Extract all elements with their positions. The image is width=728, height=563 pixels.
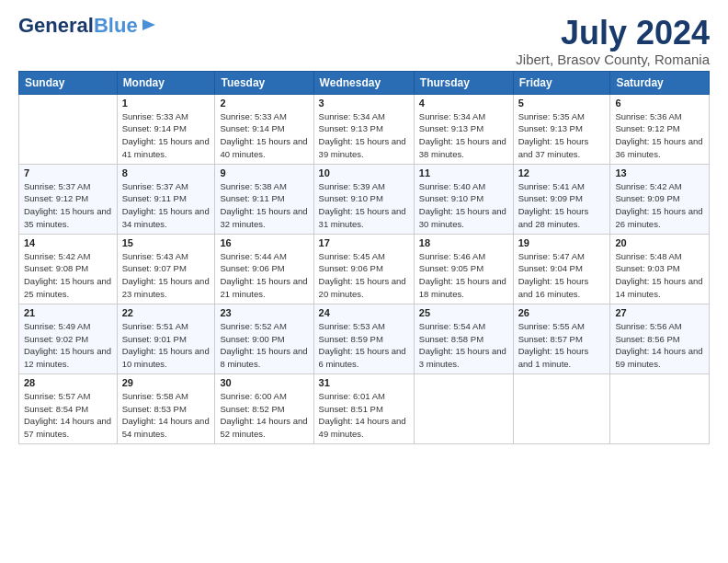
day-number: 10 — [319, 167, 409, 178]
day-number: 3 — [319, 98, 409, 109]
calendar-cell: 5Sunrise: 5:35 AM Sunset: 9:13 PM Daylig… — [513, 94, 610, 164]
calendar-cell: 22Sunrise: 5:51 AM Sunset: 9:01 PM Dayli… — [117, 304, 215, 373]
calendar-cell: 23Sunrise: 5:52 AM Sunset: 9:00 PM Dayli… — [215, 304, 313, 373]
calendar-cell: 19Sunrise: 5:47 AM Sunset: 9:04 PM Dayli… — [513, 234, 610, 304]
day-number: 16 — [220, 237, 308, 248]
calendar-cell: 9Sunrise: 5:38 AM Sunset: 9:11 PM Daylig… — [215, 164, 313, 234]
header-friday: Friday — [513, 71, 610, 94]
day-number: 19 — [518, 237, 606, 248]
day-info: Sunrise: 5:47 AM Sunset: 9:04 PM Dayligh… — [518, 250, 606, 301]
day-info: Sunrise: 5:56 AM Sunset: 8:56 PM Dayligh… — [615, 320, 704, 371]
day-info: Sunrise: 5:33 AM Sunset: 9:14 PM Dayligh… — [220, 110, 308, 161]
day-info: Sunrise: 5:49 AM Sunset: 9:02 PM Dayligh… — [24, 320, 112, 371]
calendar-cell: 30Sunrise: 6:00 AM Sunset: 8:52 PM Dayli… — [215, 373, 313, 443]
week-row-3: 21Sunrise: 5:49 AM Sunset: 9:02 PM Dayli… — [19, 304, 710, 373]
day-number: 13 — [615, 167, 704, 178]
header-thursday: Thursday — [414, 71, 513, 94]
day-info: Sunrise: 5:44 AM Sunset: 9:06 PM Dayligh… — [220, 250, 308, 301]
calendar-cell: 14Sunrise: 5:42 AM Sunset: 9:08 PM Dayli… — [19, 234, 118, 304]
svg-marker-0 — [142, 19, 155, 30]
calendar-cell: 15Sunrise: 5:43 AM Sunset: 9:07 PM Dayli… — [117, 234, 215, 304]
calendar-cell: 18Sunrise: 5:46 AM Sunset: 9:05 PM Dayli… — [414, 234, 513, 304]
logo-blue: Blue — [94, 14, 138, 37]
calendar-cell — [513, 373, 610, 443]
header-monday: Monday — [117, 71, 215, 94]
calendar-cell: 26Sunrise: 5:55 AM Sunset: 8:57 PM Dayli… — [513, 304, 610, 373]
logo: GeneralBlue — [18, 15, 157, 37]
calendar-cell: 20Sunrise: 5:48 AM Sunset: 9:03 PM Dayli… — [610, 234, 710, 304]
header: GeneralBlue July 2024 Jibert, Brasov Cou… — [18, 15, 710, 67]
day-info: Sunrise: 5:37 AM Sunset: 9:11 PM Dayligh… — [122, 180, 210, 231]
day-info: Sunrise: 5:46 AM Sunset: 9:05 PM Dayligh… — [419, 250, 508, 301]
calendar-cell: 25Sunrise: 5:54 AM Sunset: 8:58 PM Dayli… — [414, 304, 513, 373]
day-number: 7 — [24, 167, 112, 178]
calendar-cell — [19, 94, 118, 164]
calendar-table: Sunday Monday Tuesday Wednesday Thursday… — [18, 71, 710, 444]
calendar-cell: 29Sunrise: 5:58 AM Sunset: 8:53 PM Dayli… — [117, 373, 215, 443]
week-row-2: 14Sunrise: 5:42 AM Sunset: 9:08 PM Dayli… — [19, 234, 710, 304]
calendar-cell: 8Sunrise: 5:37 AM Sunset: 9:11 PM Daylig… — [117, 164, 215, 234]
day-info: Sunrise: 5:34 AM Sunset: 9:13 PM Dayligh… — [419, 110, 508, 161]
calendar-cell: 21Sunrise: 5:49 AM Sunset: 9:02 PM Dayli… — [19, 304, 118, 373]
day-number: 9 — [220, 167, 308, 178]
calendar-cell: 28Sunrise: 5:57 AM Sunset: 8:54 PM Dayli… — [19, 373, 118, 443]
day-info: Sunrise: 5:48 AM Sunset: 9:03 PM Dayligh… — [615, 250, 704, 301]
day-info: Sunrise: 5:57 AM Sunset: 8:54 PM Dayligh… — [24, 390, 112, 441]
day-number: 26 — [518, 307, 606, 318]
day-number: 5 — [518, 98, 606, 109]
day-info: Sunrise: 5:42 AM Sunset: 9:09 PM Dayligh… — [615, 180, 704, 231]
week-row-0: 1Sunrise: 5:33 AM Sunset: 9:14 PM Daylig… — [19, 94, 710, 164]
day-info: Sunrise: 5:34 AM Sunset: 9:13 PM Dayligh… — [319, 110, 409, 161]
calendar-cell: 4Sunrise: 5:34 AM Sunset: 9:13 PM Daylig… — [414, 94, 513, 164]
day-number: 28 — [24, 377, 112, 388]
day-number: 22 — [122, 307, 210, 318]
day-info: Sunrise: 6:01 AM Sunset: 8:51 PM Dayligh… — [319, 390, 409, 441]
day-number: 18 — [419, 237, 508, 248]
day-info: Sunrise: 5:35 AM Sunset: 9:13 PM Dayligh… — [518, 110, 606, 161]
day-info: Sunrise: 5:33 AM Sunset: 9:14 PM Dayligh… — [122, 110, 210, 161]
day-number: 25 — [419, 307, 508, 318]
day-number: 1 — [122, 98, 210, 109]
logo-arrow-icon — [141, 17, 157, 33]
calendar-cell: 24Sunrise: 5:53 AM Sunset: 8:59 PM Dayli… — [313, 304, 414, 373]
calendar-cell: 1Sunrise: 5:33 AM Sunset: 9:14 PM Daylig… — [117, 94, 215, 164]
day-info: Sunrise: 5:41 AM Sunset: 9:09 PM Dayligh… — [518, 180, 606, 231]
day-info: Sunrise: 5:40 AM Sunset: 9:10 PM Dayligh… — [419, 180, 508, 231]
day-info: Sunrise: 5:52 AM Sunset: 9:00 PM Dayligh… — [220, 320, 308, 371]
day-number: 14 — [24, 237, 112, 248]
header-tuesday: Tuesday — [215, 71, 313, 94]
day-number: 8 — [122, 167, 210, 178]
day-number: 29 — [122, 377, 210, 388]
calendar-cell — [610, 373, 710, 443]
day-number: 27 — [615, 307, 704, 318]
day-info: Sunrise: 5:38 AM Sunset: 9:11 PM Dayligh… — [220, 180, 308, 231]
week-row-1: 7Sunrise: 5:37 AM Sunset: 9:12 PM Daylig… — [19, 164, 710, 234]
day-info: Sunrise: 5:51 AM Sunset: 9:01 PM Dayligh… — [122, 320, 210, 371]
day-number: 17 — [319, 237, 409, 248]
header-sunday: Sunday — [19, 71, 118, 94]
header-saturday: Saturday — [610, 71, 710, 94]
page: GeneralBlue July 2024 Jibert, Brasov Cou… — [0, 0, 728, 454]
logo-general: GeneralBlue — [18, 16, 138, 36]
calendar-cell: 6Sunrise: 5:36 AM Sunset: 9:12 PM Daylig… — [610, 94, 710, 164]
day-info: Sunrise: 5:45 AM Sunset: 9:06 PM Dayligh… — [319, 250, 409, 301]
day-info: Sunrise: 5:53 AM Sunset: 8:59 PM Dayligh… — [319, 320, 409, 371]
day-number: 2 — [220, 98, 308, 109]
day-number: 6 — [615, 98, 704, 109]
header-wednesday: Wednesday — [313, 71, 414, 94]
day-number: 23 — [220, 307, 308, 318]
calendar-cell: 12Sunrise: 5:41 AM Sunset: 9:09 PM Dayli… — [513, 164, 610, 234]
calendar-cell: 16Sunrise: 5:44 AM Sunset: 9:06 PM Dayli… — [215, 234, 313, 304]
day-number: 4 — [419, 98, 508, 109]
day-number: 12 — [518, 167, 606, 178]
day-info: Sunrise: 5:55 AM Sunset: 8:57 PM Dayligh… — [518, 320, 606, 371]
weekday-header-row: Sunday Monday Tuesday Wednesday Thursday… — [19, 71, 710, 94]
day-info: Sunrise: 6:00 AM Sunset: 8:52 PM Dayligh… — [220, 390, 308, 441]
calendar-cell: 17Sunrise: 5:45 AM Sunset: 9:06 PM Dayli… — [313, 234, 414, 304]
day-info: Sunrise: 5:36 AM Sunset: 9:12 PM Dayligh… — [615, 110, 704, 161]
calendar-cell: 13Sunrise: 5:42 AM Sunset: 9:09 PM Dayli… — [610, 164, 710, 234]
day-info: Sunrise: 5:58 AM Sunset: 8:53 PM Dayligh… — [122, 390, 210, 441]
calendar-cell: 10Sunrise: 5:39 AM Sunset: 9:10 PM Dayli… — [313, 164, 414, 234]
month-title: July 2024 — [516, 15, 710, 52]
calendar-cell: 31Sunrise: 6:01 AM Sunset: 8:51 PM Dayli… — [313, 373, 414, 443]
